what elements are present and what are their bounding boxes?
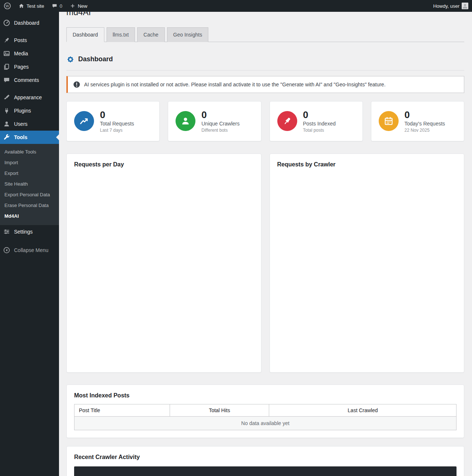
pushpin-icon <box>3 37 10 44</box>
submenu-item-import[interactable]: Import <box>0 157 59 168</box>
panel-title: Most Indexed Posts <box>74 392 457 399</box>
dashboard-icon <box>3 19 10 27</box>
plus-icon <box>70 3 76 9</box>
sidebar-item-posts[interactable]: Posts <box>0 34 59 47</box>
chart-title: Requests by Crawler <box>277 161 457 168</box>
sidebar-item-label: Users <box>14 121 28 127</box>
chart-line-icon <box>74 111 94 131</box>
most-indexed-posts-table: Post Title Total Hits Last Crawled No da… <box>74 404 457 430</box>
tools-submenu: Available Tools Import Export Site Healt… <box>0 144 59 225</box>
submenu-item-export-personal-data[interactable]: Export Personal Data <box>0 189 59 200</box>
sidebar-item-label: Comments <box>14 77 39 83</box>
brush-icon <box>3 94 10 101</box>
main-content: md4AI Dashboard llms.txt Cache Geo Insig… <box>59 0 472 476</box>
recent-activity-table-header <box>74 466 457 476</box>
sidebar-item-dashboard[interactable]: Dashboard <box>0 16 59 30</box>
collapse-arrow-icon <box>3 246 10 254</box>
column-post-title: Post Title <box>74 404 170 417</box>
stat-cards: 0 Total Requests Last 7 days 0 Unique Cr… <box>66 101 464 142</box>
site-name: Test site <box>27 3 44 9</box>
sidebar-item-label: Posts <box>14 37 27 43</box>
most-indexed-posts-panel: Most Indexed Posts Post Title Total Hits… <box>66 384 464 438</box>
stat-sublabel: Different bots <box>201 128 239 133</box>
stat-label: Total Requests <box>100 121 134 127</box>
sidebar-item-tools[interactable]: Tools <box>0 131 59 144</box>
submenu-item-site-health[interactable]: Site Health <box>0 179 59 189</box>
sidebar-item-settings[interactable]: Settings <box>0 225 59 238</box>
notice-text: AI services plugin is not installed or n… <box>84 82 386 87</box>
tab-cache[interactable]: Cache <box>137 27 164 42</box>
comment-count: 0 <box>60 3 62 9</box>
submenu-item-erase-personal-data[interactable]: Erase Personal Data <box>0 200 59 211</box>
stat-card-posts-indexed: 0 Posts Indexed Total posts <box>270 101 363 142</box>
wrench-icon <box>3 134 10 141</box>
requests-per-day-panel: Requests per Day <box>66 154 261 373</box>
plugin-icon <box>3 107 10 114</box>
sidebar-item-label: Plugins <box>14 108 31 114</box>
section-title: Dashboard <box>78 55 113 63</box>
collapse-menu-button[interactable]: Collapse Menu <box>0 244 59 257</box>
section-header: Dashboard <box>66 55 464 70</box>
stat-value: 0 <box>201 110 239 120</box>
new-label: New <box>78 3 87 9</box>
submenu-item-export[interactable]: Export <box>0 168 59 179</box>
table-header-row: Post Title Total Hits Last Crawled <box>74 404 457 417</box>
stat-card-unique-crawlers: 0 Unique Crawlers Different bots <box>168 101 261 142</box>
recent-crawler-activity-panel: Recent Crawler Activity <box>66 446 464 476</box>
calendar-icon <box>379 111 399 131</box>
comments-link[interactable]: 0 <box>48 0 66 12</box>
howdy-text: Howdy, user <box>433 3 459 9</box>
pushpin-icon <box>277 111 297 131</box>
chart-panels: Requests per Day Requests by Crawler <box>66 154 464 373</box>
tab-dashboard[interactable]: Dashboard <box>66 27 104 42</box>
comment-bubble-icon <box>52 3 58 9</box>
tab-geo-insights[interactable]: Geo Insights <box>167 27 209 42</box>
sidebar-item-media[interactable]: Media <box>0 47 59 60</box>
new-content-button[interactable]: New <box>66 0 91 12</box>
column-last-crawled: Last Crawled <box>269 404 457 417</box>
sidebar-item-plugins[interactable]: Plugins <box>0 104 59 117</box>
sidebar-item-label: Settings <box>14 229 33 235</box>
stat-value: 0 <box>100 110 134 120</box>
collapse-menu-label: Collapse Menu <box>14 247 48 253</box>
panel-title: Recent Crawler Activity <box>74 454 457 461</box>
menu-separator <box>0 87 59 91</box>
stat-card-total-requests: 0 Total Requests Last 7 days <box>66 101 160 142</box>
table-empty-row: No data available yet <box>74 417 457 430</box>
wordpress-logo[interactable]: W <box>0 0 15 12</box>
user-icon <box>3 120 10 128</box>
submenu-item-available-tools[interactable]: Available Tools <box>0 146 59 157</box>
account-menu[interactable]: Howdy, user <box>430 0 472 12</box>
menu-separator <box>0 30 59 34</box>
sidebar-item-appearance[interactable]: Appearance <box>0 91 59 104</box>
warning-notice: AI services plugin is not installed or n… <box>66 76 464 93</box>
sidebar-item-label: Pages <box>14 64 29 70</box>
site-name-link[interactable]: Test site <box>15 0 48 12</box>
sidebar-item-label: Media <box>14 51 28 56</box>
sliders-icon <box>3 228 10 235</box>
pages-icon <box>3 63 10 70</box>
person-icon <box>176 111 195 131</box>
sidebar-item-label: Tools <box>14 134 27 140</box>
avatar-person-icon <box>462 3 468 9</box>
wordpress-logo-icon: W <box>4 2 11 10</box>
sidebar-item-users[interactable]: Users <box>0 117 59 131</box>
sidebar-item-label: Appearance <box>14 94 42 100</box>
alert-icon <box>73 81 80 88</box>
stat-label: Unique Crawlers <box>201 121 239 127</box>
sidebar-item-label: Dashboard <box>14 20 39 26</box>
tab-llms-txt[interactable]: llms.txt <box>107 27 135 42</box>
stat-sublabel: 22 Nov 2025 <box>405 128 445 133</box>
stat-value: 0 <box>405 110 445 120</box>
stat-card-todays-requests: 0 Today's Requests 22 Nov 2025 <box>371 101 464 142</box>
submenu-item-md4ai[interactable]: Md4AI <box>0 211 59 221</box>
sidebar-item-pages[interactable]: Pages <box>0 60 59 73</box>
admin-sidebar: Dashboard Posts Media Pages Comments App… <box>0 12 59 476</box>
stat-label: Posts Indexed <box>303 121 336 127</box>
chart-title: Requests per Day <box>74 161 254 168</box>
sidebar-item-comments[interactable]: Comments <box>0 73 59 87</box>
home-icon <box>18 3 24 9</box>
svg-text:W: W <box>6 4 10 8</box>
gear-icon <box>66 55 74 63</box>
empty-message: No data available yet <box>74 417 457 430</box>
